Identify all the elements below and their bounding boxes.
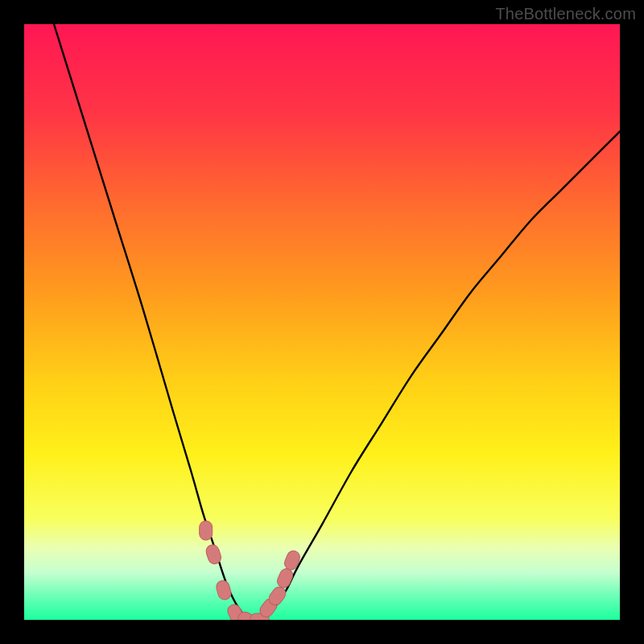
plot-area — [24, 24, 620, 620]
bottleneck-curve — [54, 24, 620, 620]
marker-group — [200, 521, 302, 620]
marker-point — [275, 567, 295, 589]
marker-point — [200, 521, 213, 540]
curve-layer — [24, 24, 620, 620]
marker-point — [215, 579, 233, 601]
chart-frame: TheBottleneck.com — [0, 0, 644, 644]
marker-point — [283, 549, 302, 572]
watermark-text: TheBottleneck.com — [495, 5, 636, 23]
